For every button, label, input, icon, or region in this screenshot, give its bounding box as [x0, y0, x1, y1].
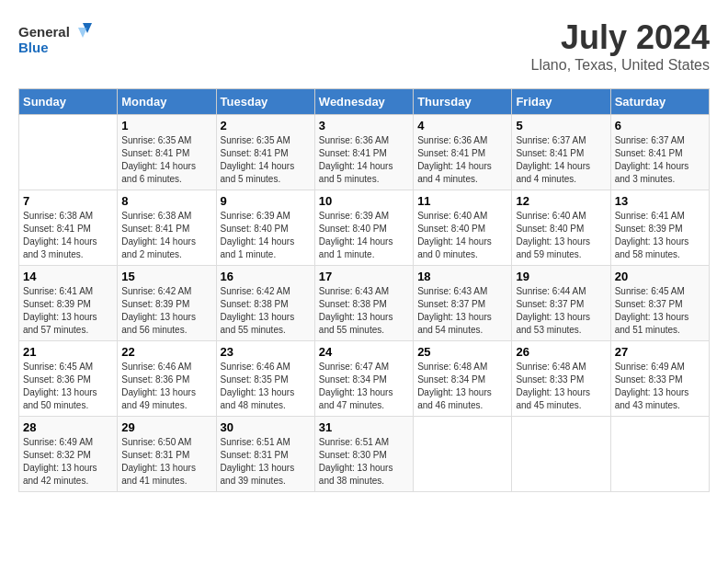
day-number: 8 [121, 194, 211, 208]
week-row-2: 7Sunrise: 6:38 AMSunset: 8:41 PMDaylight… [19, 190, 710, 266]
calendar-cell [512, 417, 610, 492]
calendar-cell: 16Sunrise: 6:42 AMSunset: 8:38 PMDayligh… [216, 266, 314, 341]
day-number: 27 [615, 345, 705, 359]
calendar-cell: 26Sunrise: 6:48 AMSunset: 8:33 PMDayligh… [512, 341, 610, 417]
day-info: Sunrise: 6:50 AMSunset: 8:31 PMDaylight:… [121, 436, 211, 488]
day-info: Sunrise: 6:36 AMSunset: 8:41 PMDaylight:… [417, 134, 507, 186]
day-number: 1 [121, 119, 211, 132]
main-title: July 2024 [531, 18, 711, 57]
day-number: 19 [516, 270, 606, 283]
header-row: SundayMondayTuesdayWednesdayThursdayFrid… [19, 89, 710, 115]
header-wednesday: Wednesday [314, 89, 413, 115]
calendar-cell: 2Sunrise: 6:35 AMSunset: 8:41 PMDaylight… [216, 115, 314, 190]
day-info: Sunrise: 6:42 AMSunset: 8:38 PMDaylight:… [221, 285, 311, 337]
day-number: 9 [221, 194, 311, 208]
day-number: 14 [23, 270, 113, 283]
header-friday: Friday [512, 89, 610, 115]
header-sunday: Sunday [19, 89, 118, 115]
day-number: 21 [23, 345, 113, 359]
logo-svg: General Blue [18, 18, 92, 60]
day-info: Sunrise: 6:43 AMSunset: 8:37 PMDaylight:… [417, 285, 507, 337]
day-info: Sunrise: 6:46 AMSunset: 8:35 PMDaylight:… [221, 361, 311, 412]
day-number: 16 [221, 270, 311, 283]
calendar-cell: 6Sunrise: 6:37 AMSunset: 8:41 PMDaylight… [610, 115, 709, 190]
week-row-1: 1Sunrise: 6:35 AMSunset: 8:41 PMDaylight… [19, 115, 710, 190]
week-row-4: 21Sunrise: 6:45 AMSunset: 8:36 PMDayligh… [19, 341, 710, 417]
calendar-cell: 1Sunrise: 6:35 AMSunset: 8:41 PMDaylight… [118, 115, 216, 190]
day-info: Sunrise: 6:38 AMSunset: 8:41 PMDaylight:… [23, 210, 113, 261]
day-info: Sunrise: 6:45 AMSunset: 8:36 PMDaylight:… [23, 361, 113, 412]
day-info: Sunrise: 6:44 AMSunset: 8:37 PMDaylight:… [516, 285, 606, 337]
calendar-cell: 19Sunrise: 6:44 AMSunset: 8:37 PMDayligh… [512, 266, 610, 341]
day-info: Sunrise: 6:39 AMSunset: 8:40 PMDaylight:… [221, 210, 311, 261]
calendar-cell: 25Sunrise: 6:48 AMSunset: 8:34 PMDayligh… [414, 341, 512, 417]
day-info: Sunrise: 6:51 AMSunset: 8:30 PMDaylight:… [319, 436, 409, 488]
calendar-cell: 10Sunrise: 6:39 AMSunset: 8:40 PMDayligh… [314, 190, 413, 266]
calendar-cell: 24Sunrise: 6:47 AMSunset: 8:34 PMDayligh… [314, 341, 413, 417]
header-thursday: Thursday [414, 89, 512, 115]
day-info: Sunrise: 6:41 AMSunset: 8:39 PMDaylight:… [615, 210, 705, 261]
day-info: Sunrise: 6:48 AMSunset: 8:33 PMDaylight:… [516, 361, 606, 412]
svg-text:Blue: Blue [18, 40, 49, 55]
subtitle: Llano, Texas, United States [531, 57, 711, 74]
svg-text:General: General [18, 24, 70, 40]
day-number: 10 [319, 194, 409, 208]
header-tuesday: Tuesday [216, 89, 314, 115]
calendar-table: SundayMondayTuesdayWednesdayThursdayFrid… [18, 88, 710, 492]
calendar-cell: 22Sunrise: 6:46 AMSunset: 8:36 PMDayligh… [118, 341, 216, 417]
day-number: 20 [615, 270, 705, 283]
day-info: Sunrise: 6:35 AMSunset: 8:41 PMDaylight:… [221, 134, 311, 186]
day-number: 24 [319, 345, 409, 359]
calendar-cell: 18Sunrise: 6:43 AMSunset: 8:37 PMDayligh… [414, 266, 512, 341]
day-number: 22 [121, 345, 211, 359]
day-number: 6 [615, 119, 705, 132]
day-info: Sunrise: 6:40 AMSunset: 8:40 PMDaylight:… [516, 210, 606, 261]
day-number: 18 [417, 270, 507, 283]
day-info: Sunrise: 6:45 AMSunset: 8:37 PMDaylight:… [615, 285, 705, 337]
day-info: Sunrise: 6:36 AMSunset: 8:41 PMDaylight:… [319, 134, 409, 186]
day-info: Sunrise: 6:39 AMSunset: 8:40 PMDaylight:… [319, 210, 409, 261]
title-block: July 2024 Llano, Texas, United States [531, 18, 711, 74]
day-number: 28 [23, 420, 113, 434]
day-number: 29 [121, 420, 211, 434]
calendar-cell: 5Sunrise: 6:37 AMSunset: 8:41 PMDaylight… [512, 115, 610, 190]
calendar-cell: 12Sunrise: 6:40 AMSunset: 8:40 PMDayligh… [512, 190, 610, 266]
day-number: 25 [417, 345, 507, 359]
day-info: Sunrise: 6:43 AMSunset: 8:38 PMDaylight:… [319, 285, 409, 337]
calendar-cell: 8Sunrise: 6:38 AMSunset: 8:41 PMDaylight… [118, 190, 216, 266]
calendar-cell: 23Sunrise: 6:46 AMSunset: 8:35 PMDayligh… [216, 341, 314, 417]
calendar-cell: 27Sunrise: 6:49 AMSunset: 8:33 PMDayligh… [610, 341, 709, 417]
calendar-cell: 14Sunrise: 6:41 AMSunset: 8:39 PMDayligh… [19, 266, 118, 341]
calendar-cell: 31Sunrise: 6:51 AMSunset: 8:30 PMDayligh… [314, 417, 413, 492]
day-number: 7 [23, 194, 113, 208]
day-info: Sunrise: 6:40 AMSunset: 8:40 PMDaylight:… [417, 210, 507, 261]
calendar-cell: 28Sunrise: 6:49 AMSunset: 8:32 PMDayligh… [19, 417, 118, 492]
day-info: Sunrise: 6:51 AMSunset: 8:31 PMDaylight:… [221, 436, 311, 488]
svg-marker-3 [78, 28, 87, 38]
day-info: Sunrise: 6:48 AMSunset: 8:34 PMDaylight:… [417, 361, 507, 412]
calendar-cell: 29Sunrise: 6:50 AMSunset: 8:31 PMDayligh… [118, 417, 216, 492]
day-number: 11 [417, 194, 507, 208]
calendar-cell [610, 417, 709, 492]
calendar-cell: 4Sunrise: 6:36 AMSunset: 8:41 PMDaylight… [414, 115, 512, 190]
day-number: 2 [221, 119, 311, 132]
day-number: 5 [516, 119, 606, 132]
calendar-cell: 30Sunrise: 6:51 AMSunset: 8:31 PMDayligh… [216, 417, 314, 492]
calendar-cell [414, 417, 512, 492]
day-info: Sunrise: 6:46 AMSunset: 8:36 PMDaylight:… [121, 361, 211, 412]
week-row-3: 14Sunrise: 6:41 AMSunset: 8:39 PMDayligh… [19, 266, 710, 341]
day-number: 15 [121, 270, 211, 283]
calendar-cell: 7Sunrise: 6:38 AMSunset: 8:41 PMDaylight… [19, 190, 118, 266]
calendar-cell: 3Sunrise: 6:36 AMSunset: 8:41 PMDaylight… [314, 115, 413, 190]
day-number: 17 [319, 270, 409, 283]
day-info: Sunrise: 6:37 AMSunset: 8:41 PMDaylight:… [516, 134, 606, 186]
logo: General Blue [18, 18, 92, 60]
day-info: Sunrise: 6:47 AMSunset: 8:34 PMDaylight:… [319, 361, 409, 412]
day-number: 12 [516, 194, 606, 208]
calendar-cell: 11Sunrise: 6:40 AMSunset: 8:40 PMDayligh… [414, 190, 512, 266]
header-saturday: Saturday [610, 89, 709, 115]
day-info: Sunrise: 6:42 AMSunset: 8:39 PMDaylight:… [121, 285, 211, 337]
day-info: Sunrise: 6:49 AMSunset: 8:32 PMDaylight:… [23, 436, 113, 488]
page-header: General Blue July 2024 Llano, Texas, Uni… [18, 18, 710, 74]
header-monday: Monday [118, 89, 216, 115]
